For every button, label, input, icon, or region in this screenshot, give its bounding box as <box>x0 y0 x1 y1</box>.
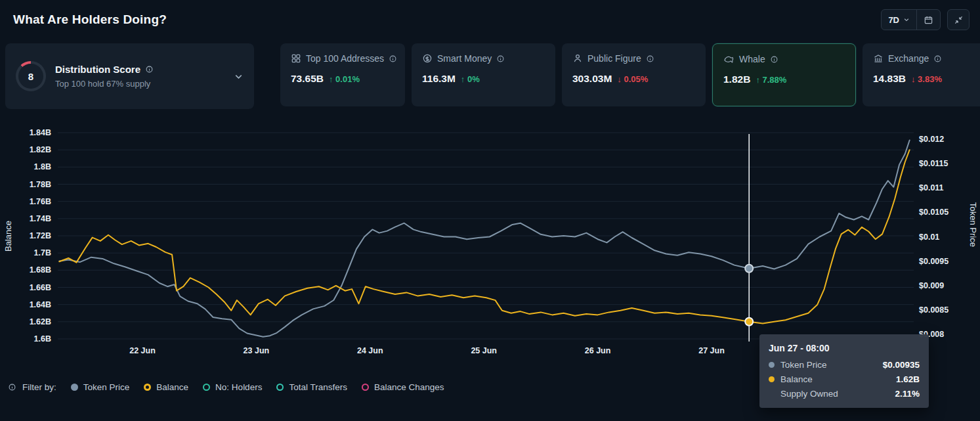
legend-dot <box>203 384 210 391</box>
chart-tooltip: Jun 27 - 08:00 Token Price $0.00935 Bala… <box>759 334 929 408</box>
left-axis-tick: 1.6B <box>34 334 51 343</box>
chevron-down-icon[interactable] <box>234 72 244 81</box>
tooltip-row-label: Supply Owned <box>780 389 838 399</box>
left-axis-tick: 1.7B <box>34 248 51 257</box>
stat-card-label: Whale <box>739 54 765 64</box>
right-axis-tick: $0.0085 <box>919 305 948 315</box>
tooltip-row-balance: Balance 1.62B <box>769 374 920 384</box>
left-axis-tick: 1.76B <box>30 197 51 206</box>
stat-card-label: Smart Money <box>437 53 492 64</box>
left-axis-tick: 1.72B <box>30 231 51 240</box>
tooltip-row-token-price: Token Price $0.00935 <box>769 360 920 370</box>
info-icon[interactable] <box>389 55 397 63</box>
calendar-icon <box>924 15 933 25</box>
stat-card-exchange[interactable]: Exchange 14.83B ↓ 3.83% <box>863 43 980 106</box>
collapse-button[interactable] <box>947 9 969 30</box>
filter-by-label: Filter by: <box>22 382 56 392</box>
tooltip-row-label: Balance <box>780 374 813 384</box>
tooltip-row-value: 1.62B <box>896 374 920 384</box>
left-axis-tick: 1.8B <box>34 162 51 171</box>
stat-card-change: ↑ 0% <box>461 74 480 84</box>
stat-card-change: ↑ 7.88% <box>756 75 786 85</box>
grid-icon <box>291 53 301 64</box>
x-axis-tick: 23 Jun <box>244 346 270 355</box>
filter-toggle-label: No: Holders <box>215 382 262 392</box>
stat-card-change: ↓ 3.83% <box>911 74 942 84</box>
holders-chart[interactable]: 1.84B1.82B1.8B1.78B1.76B1.74B1.72B1.7B1.… <box>0 122 980 368</box>
tooltip-row-supply-owned: Supply Owned 2.11% <box>769 389 920 399</box>
x-axis-tick: 24 Jun <box>357 346 383 355</box>
timeframe-button[interactable]: 7D <box>882 10 916 30</box>
distribution-score-subtitle: Top 100 hold 67% supply <box>55 79 224 89</box>
bank-icon <box>873 53 884 64</box>
filter-bar: Filter by: Token Price Balance No: Holde… <box>8 382 444 392</box>
stat-card-smart-money[interactable]: Smart Money 116.3M ↑ 0% <box>412 43 555 106</box>
coin-icon <box>422 53 433 64</box>
right-axis-tick: $0.0095 <box>919 257 948 266</box>
holders-dashboard: What Are Holders Doing? 7D 8 <box>0 0 980 421</box>
info-icon[interactable] <box>646 55 654 63</box>
distribution-score-value: 8 <box>16 61 46 91</box>
chevron-down-icon <box>903 16 910 23</box>
stat-card-top-100-addresses[interactable]: Top 100 Addresses 73.65B ↑ 0.01% <box>280 43 405 106</box>
timeframe-label: 7D <box>888 15 899 25</box>
left-axis-tick: 1.66B <box>30 283 51 292</box>
filter-toggle-label: Balance <box>156 382 188 392</box>
legend-dot <box>71 384 78 391</box>
left-axis-tick: 1.74B <box>30 214 51 223</box>
info-icon[interactable] <box>496 55 505 63</box>
filter-toggle-label: Token Price <box>83 382 130 392</box>
tooltip-row-label: Token Price <box>780 360 827 370</box>
left-axis-tick: 1.84B <box>30 128 51 137</box>
crosshair-dot-token-price <box>745 265 753 273</box>
person-icon <box>572 53 583 64</box>
filter-toggle-total-transfers[interactable]: Total Transfers <box>276 382 347 392</box>
stat-cards: 8 Distribution Score Top 100 hold 67% su… <box>5 43 980 109</box>
right-axis-tick: $0.01 <box>919 233 939 242</box>
filter-toggle-label: Balance Changes <box>374 382 444 392</box>
whale-icon <box>723 54 735 64</box>
tooltip-dot <box>769 362 775 368</box>
legend-dot <box>276 384 284 391</box>
distribution-score-card[interactable]: 8 Distribution Score Top 100 hold 67% su… <box>5 43 254 109</box>
header-controls: 7D <box>881 9 969 30</box>
filter-toggle-balance[interactable]: Balance <box>144 382 188 392</box>
right-axis-tick: $0.012 <box>919 135 944 144</box>
info-icon[interactable] <box>933 55 942 63</box>
stat-card-whale[interactable]: Whale 1.82B ↑ 7.88% <box>712 43 856 106</box>
x-axis-tick: 27 Jun <box>698 346 725 355</box>
stat-card-public-figure[interactable]: Public Figure 303.03M ↓ 0.05% <box>562 43 706 106</box>
left-axis-tick: 1.62B <box>30 317 51 326</box>
x-axis-tick: 25 Jun <box>471 346 497 355</box>
stat-card-value: 116.3M <box>422 73 456 85</box>
stat-card-value: 73.65B <box>291 73 324 85</box>
right-axis-title: Token Price <box>968 202 978 247</box>
tooltip-dot <box>769 376 775 382</box>
right-axis-tick: $0.0105 <box>919 208 948 217</box>
distribution-score-text: Distribution Score Top 100 hold 67% supp… <box>55 64 224 89</box>
crosshair-dot-balance <box>745 318 753 326</box>
stat-card-label: Public Figure <box>587 53 641 64</box>
info-icon[interactable] <box>770 55 778 64</box>
filter-toggle-label: Total Transfers <box>289 382 347 392</box>
timeframe-control: 7D <box>881 9 941 30</box>
header: What Are Holders Doing? 7D <box>0 0 980 39</box>
x-axis-tick: 22 Jun <box>129 346 156 355</box>
distribution-score-gauge: 8 <box>16 61 46 91</box>
stat-card-value: 303.03M <box>572 73 612 85</box>
filter-toggle-token-price[interactable]: Token Price <box>71 382 130 392</box>
legend-dot <box>362 384 369 391</box>
series-token-price <box>59 141 909 337</box>
info-icon[interactable] <box>145 65 154 74</box>
filter-toggle-balance-changes[interactable]: Balance Changes <box>362 382 444 392</box>
stat-card-value: 1.82B <box>723 74 750 85</box>
stat-card-label: Top 100 Addresses <box>306 53 384 64</box>
filter-by-group: Filter by: <box>8 382 56 392</box>
left-axis-tick: 1.68B <box>30 265 51 275</box>
left-axis-tick: 1.78B <box>30 180 51 189</box>
calendar-button[interactable] <box>917 10 940 30</box>
stat-card-value: 14.83B <box>873 73 906 85</box>
filter-toggle-no-holders[interactable]: No: Holders <box>203 382 262 392</box>
tooltip-title: Jun 27 - 08:00 <box>769 343 920 353</box>
page-title: What Are Holders Doing? <box>13 12 167 27</box>
